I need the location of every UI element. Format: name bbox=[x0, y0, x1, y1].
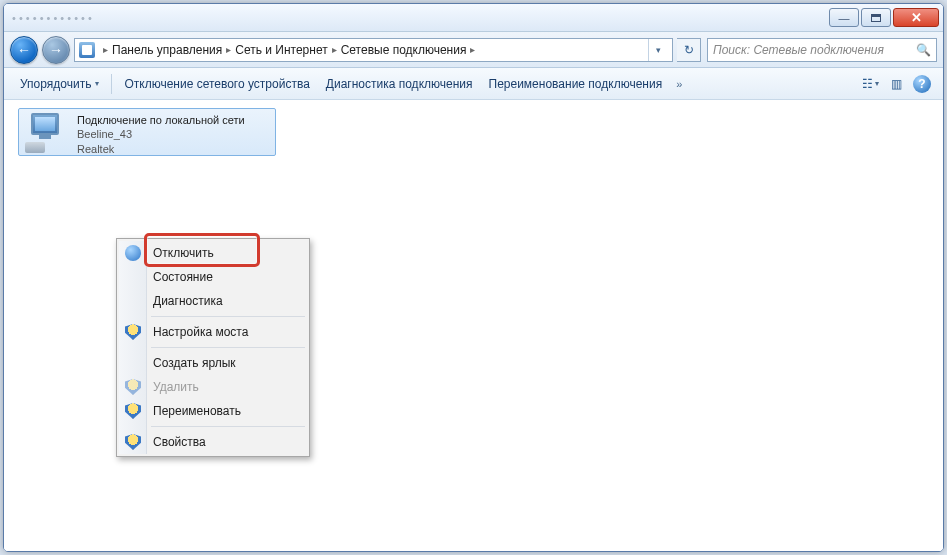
disable-device-button[interactable]: Отключение сетевого устройства bbox=[116, 73, 317, 95]
ctx-item-create-shortcut[interactable]: Создать ярлык bbox=[119, 351, 307, 375]
refresh-icon: ↻ bbox=[684, 43, 694, 57]
chevron-right-icon: ▸ bbox=[226, 44, 231, 55]
address-bar[interactable]: ▸ Панель управления ▸ Сеть и Интернет ▸ … bbox=[74, 38, 673, 62]
forward-button[interactable]: → bbox=[42, 36, 70, 64]
ctx-item-delete: Удалить bbox=[119, 375, 307, 399]
connection-adapter: Realtek bbox=[77, 142, 245, 156]
search-input[interactable]: Поиск: Сетевые подключения 🔍 bbox=[707, 38, 937, 62]
network-adapter-icon bbox=[25, 113, 69, 153]
titlebar-blurred-text: • • • • • • • • • • • • bbox=[12, 12, 92, 24]
maximize-button[interactable] bbox=[861, 8, 891, 27]
connection-title: Подключение по локальной сети bbox=[77, 113, 245, 127]
shield-icon bbox=[125, 403, 141, 419]
search-placeholder: Поиск: Сетевые подключения bbox=[713, 43, 884, 57]
ctx-item-status[interactable]: Состояние bbox=[119, 265, 307, 289]
ctx-item-bridge[interactable]: Настройка моста bbox=[119, 320, 307, 344]
toolbar: Упорядочить▾ Отключение сетевого устройс… bbox=[4, 68, 943, 100]
back-button[interactable]: ← bbox=[10, 36, 38, 64]
chevron-down-icon: ▾ bbox=[875, 79, 879, 88]
explorer-window: • • • • • • • • • • • • — ✕ ← → ▸ Панель… bbox=[3, 3, 944, 552]
minimize-button[interactable]: — bbox=[829, 8, 859, 27]
navigation-row: ← → ▸ Панель управления ▸ Сеть и Интерне… bbox=[4, 32, 943, 68]
chevron-right-icon: ▸ bbox=[332, 44, 337, 55]
chevron-right-icon: ▸ bbox=[103, 44, 108, 55]
separator bbox=[151, 347, 305, 348]
separator bbox=[151, 316, 305, 317]
preview-pane-button[interactable]: ▥ bbox=[883, 73, 909, 95]
help-button[interactable]: ? bbox=[909, 73, 935, 95]
breadcrumb-control-panel[interactable]: Панель управления bbox=[112, 43, 222, 57]
rename-connection-button[interactable]: Переименование подключения bbox=[481, 73, 671, 95]
connection-tile-lan[interactable]: Подключение по локальной сети Beeline_43… bbox=[18, 108, 276, 156]
shield-icon bbox=[125, 379, 141, 395]
connection-network: Beeline_43 bbox=[77, 127, 245, 141]
organize-button[interactable]: Упорядочить▾ bbox=[12, 73, 107, 95]
diagnose-connection-button[interactable]: Диагностика подключения bbox=[318, 73, 481, 95]
ctx-item-diagnostics[interactable]: Диагностика bbox=[119, 289, 307, 313]
content-area[interactable]: Подключение по локальной сети Beeline_43… bbox=[4, 100, 943, 551]
chevron-double-icon: » bbox=[676, 78, 682, 90]
ctx-item-properties[interactable]: Свойства bbox=[119, 430, 307, 454]
ctx-item-disable[interactable]: Отключить bbox=[119, 241, 307, 265]
search-icon: 🔍 bbox=[916, 43, 931, 57]
address-dropdown[interactable]: ▾ bbox=[648, 39, 668, 61]
breadcrumb-network-internet[interactable]: Сеть и Интернет bbox=[235, 43, 327, 57]
close-button[interactable]: ✕ bbox=[893, 8, 939, 27]
chevron-down-icon: ▾ bbox=[656, 45, 661, 55]
shield-icon bbox=[125, 434, 141, 450]
context-menu: Отключить Состояние Диагностика Настройк… bbox=[116, 238, 310, 457]
separator bbox=[111, 74, 112, 94]
arrow-right-icon: → bbox=[49, 42, 63, 58]
preview-pane-icon: ▥ bbox=[891, 77, 902, 91]
location-icon bbox=[79, 42, 95, 58]
toolbar-overflow-button[interactable]: » bbox=[676, 78, 682, 90]
separator bbox=[151, 426, 305, 427]
chevron-down-icon: ▾ bbox=[95, 79, 99, 88]
titlebar[interactable]: • • • • • • • • • • • • — ✕ bbox=[4, 4, 943, 32]
chevron-right-icon: ▸ bbox=[470, 44, 475, 55]
ctx-item-rename[interactable]: Переименовать bbox=[119, 399, 307, 423]
refresh-button[interactable]: ↻ bbox=[677, 38, 701, 62]
view-options-button[interactable]: ☷ ▾ bbox=[857, 73, 883, 95]
disable-icon bbox=[125, 245, 141, 261]
view-grid-icon: ☷ bbox=[862, 77, 873, 91]
breadcrumb-network-connections[interactable]: Сетевые подключения bbox=[341, 43, 467, 57]
help-icon: ? bbox=[913, 75, 931, 93]
arrow-left-icon: ← bbox=[17, 42, 31, 58]
shield-icon bbox=[125, 324, 141, 340]
